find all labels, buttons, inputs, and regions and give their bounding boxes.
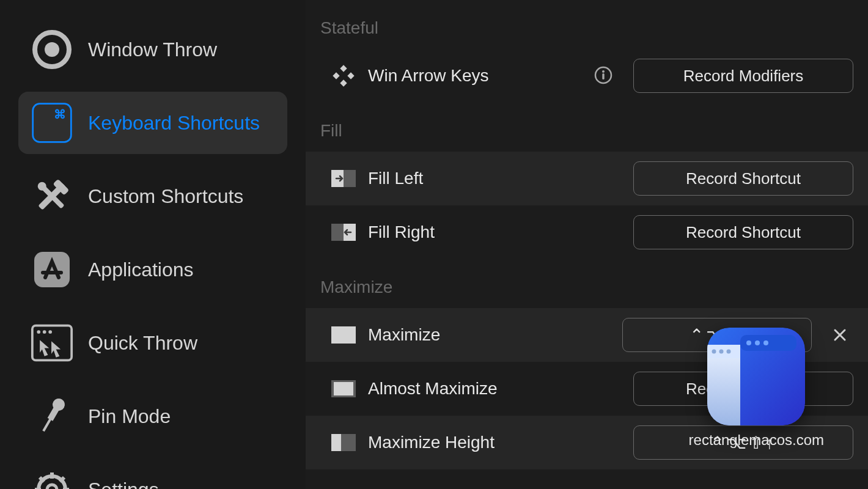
sidebar-item-label: Custom Shortcuts	[88, 185, 243, 208]
promo-badge: rectanglemacos.com	[689, 328, 824, 449]
promo-url: rectanglemacos.com	[689, 432, 824, 449]
svg-text:⌘: ⌘	[54, 108, 66, 121]
sidebar-item-label: Settings	[88, 479, 159, 490]
section-header-fill: Fill	[306, 103, 868, 152]
info-icon[interactable]	[594, 66, 614, 86]
svg-point-50	[719, 350, 724, 354]
svg-rect-15	[42, 417, 51, 432]
svg-point-12	[48, 330, 52, 334]
sidebar-item-keyboard-shortcuts[interactable]: ⌘ Keyboard Shortcuts	[18, 92, 287, 154]
maximize-full-icon	[331, 323, 356, 347]
record-shortcut-button[interactable]: Record Shortcut	[633, 161, 853, 196]
rectangle-app-icon	[707, 328, 805, 425]
gear-icon	[31, 468, 73, 489]
row-label: Fill Right	[368, 222, 621, 242]
svg-rect-29	[347, 72, 354, 79]
row-fill-left: Fill Left Record Shortcut	[306, 152, 868, 205]
sidebar-item-label: Quick Throw	[88, 332, 197, 355]
svg-rect-27	[340, 79, 347, 86]
section-header-stateful: Stateful	[306, 0, 868, 49]
section-header-maximize: Maximize	[306, 259, 868, 308]
svg-rect-41	[331, 434, 341, 451]
svg-point-11	[43, 330, 46, 334]
row-fill-right: Fill Right Record Shortcut	[306, 205, 868, 259]
svg-point-44	[746, 340, 751, 345]
section-header-halves: Halves	[306, 469, 868, 489]
svg-point-49	[712, 350, 716, 354]
sidebar-item-quick-throw[interactable]: Quick Throw	[18, 312, 287, 374]
row-label: Maximize Height	[368, 433, 621, 452]
almost-maximize-icon	[331, 377, 356, 401]
row-label: Fill Left	[368, 169, 621, 188]
row-label: Win Arrow Keys	[368, 66, 582, 86]
diamond-grid-icon	[331, 64, 356, 88]
svg-rect-26	[340, 65, 347, 72]
cursors-panel-icon	[31, 322, 73, 364]
sidebar-item-applications[interactable]: Applications	[18, 238, 287, 301]
row-label: Almost Maximize	[368, 379, 621, 399]
clear-shortcut-button[interactable]	[826, 322, 853, 348]
sidebar: Window Throw ⌘ Keyboard Shortcuts	[0, 0, 306, 489]
record-modifiers-button[interactable]: Record Modifiers	[633, 59, 853, 93]
record-shortcut-button[interactable]: Record Shortcut	[633, 215, 853, 249]
svg-rect-28	[333, 72, 339, 79]
maximize-height-icon	[331, 430, 356, 455]
pin-icon	[31, 395, 73, 438]
svg-point-45	[755, 340, 760, 345]
sidebar-item-pin-mode[interactable]: Pin Mode	[18, 385, 287, 447]
svg-rect-37	[331, 326, 356, 344]
row-win-arrow-keys: Win Arrow Keys Record Modifiers	[306, 49, 868, 103]
svg-point-1	[45, 42, 59, 57]
row-label: Maximize	[368, 325, 610, 345]
svg-point-51	[727, 350, 731, 354]
sidebar-item-label: Window Throw	[88, 39, 217, 61]
sidebar-item-label: Applications	[88, 259, 194, 281]
sidebar-item-settings[interactable]: Settings	[18, 458, 287, 489]
main-panel: Stateful Win Arrow Keys Record Modifiers…	[306, 0, 868, 489]
fill-left-icon	[331, 166, 356, 191]
command-key-icon: ⌘	[31, 101, 73, 144]
svg-point-25	[47, 485, 57, 489]
sidebar-item-window-throw[interactable]: Window Throw	[18, 18, 287, 81]
sidebar-item-label: Keyboard Shortcuts	[88, 112, 260, 134]
svg-point-31	[602, 70, 605, 73]
fill-right-icon	[331, 220, 356, 244]
sidebar-item-custom-shortcuts[interactable]: Custom Shortcuts	[18, 165, 287, 227]
appstore-icon	[31, 248, 73, 291]
tools-icon	[31, 175, 73, 218]
sidebar-item-label: Pin Mode	[88, 405, 171, 428]
svg-point-46	[763, 340, 768, 345]
svg-point-10	[37, 330, 40, 334]
target-icon	[31, 28, 73, 71]
svg-rect-39	[334, 382, 353, 395]
svg-rect-32	[602, 73, 604, 79]
